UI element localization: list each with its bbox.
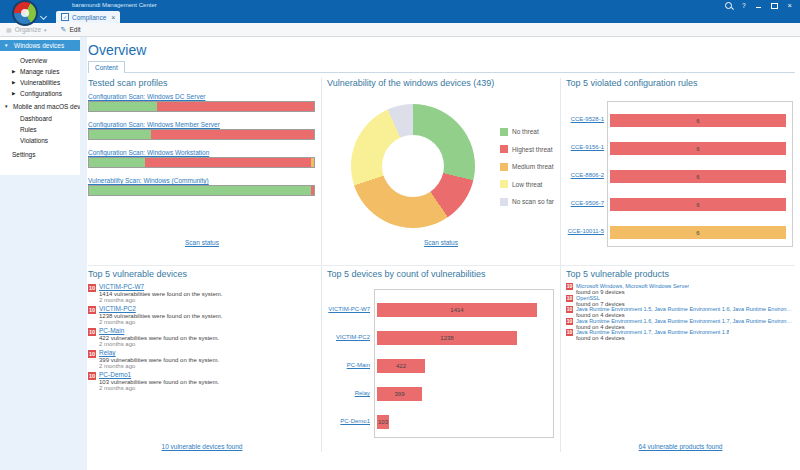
scan-profile-link[interactable]: Vulnerability Scan: Windows (Community) xyxy=(88,177,209,184)
product-device-count: found on 4 devices xyxy=(576,335,625,341)
rule-link-cce-8806-2[interactable]: CCE-8806-2 xyxy=(550,169,604,182)
rule-link-cce-9156-1[interactable]: CCE-9156-1 xyxy=(550,141,604,154)
threat-score-badge: 10 xyxy=(88,372,96,380)
scan-profile-stacked-bar xyxy=(88,129,315,140)
device-chart-link[interactable]: VICTIM-PC2 xyxy=(300,330,370,344)
sidebar-item-label: Mobile and macOS devices xyxy=(13,101,80,112)
legend-item: No scan so far xyxy=(500,193,554,211)
bar-segment-red xyxy=(157,102,315,111)
sidebar-item-rules[interactable]: Rules xyxy=(0,124,80,135)
sidebar-item-configurations[interactable]: ▶Configurations xyxy=(0,88,80,99)
tab-compliance[interactable]: ✓ Compliance × xyxy=(56,11,120,23)
device-link[interactable]: VICTIM-PC2 xyxy=(99,305,136,312)
device-count-bar: 1238 xyxy=(377,331,517,345)
rule-bar-value: 6 xyxy=(696,174,699,180)
chevron-down-icon: ▾ xyxy=(44,27,47,33)
sidebar-item-dashboard[interactable]: Dashboard xyxy=(0,113,80,124)
edit-pencil-icon: ✎ xyxy=(61,26,67,34)
donut-hole xyxy=(382,135,444,197)
minimize-icon[interactable] xyxy=(756,7,761,8)
bar-segment-green xyxy=(89,186,311,195)
device-chart-link[interactable]: PC-Main xyxy=(300,358,370,372)
scan-profile-link[interactable]: Configuration Scan: Windows Member Serve… xyxy=(88,121,220,128)
rule-link-cce-9506-7[interactable]: CCE-9506-7 xyxy=(550,197,604,210)
threat-score-badge: 10 xyxy=(566,306,573,313)
rule-bar-value: 6 xyxy=(696,202,699,208)
legend-item: Medium threat xyxy=(500,158,554,176)
tab-divider xyxy=(88,72,795,73)
bar-segment-green xyxy=(89,102,157,111)
device-link[interactable]: VICTIM-PC-W7 xyxy=(99,283,144,290)
sidebar-item-violations[interactable]: Violations xyxy=(0,135,80,146)
device-scan-age: 2 months ago xyxy=(99,385,135,391)
bar-segment-red xyxy=(311,186,314,195)
sidebar-item-label: Windows devices xyxy=(14,40,64,51)
help-icon[interactable]: ? xyxy=(742,0,746,11)
sidebar-item-settings[interactable]: Settings xyxy=(0,149,80,160)
sidebar-item-windows-devices[interactable]: ▼Windows devices xyxy=(0,40,80,51)
organize-button[interactable]: ▦ Organize ▾ xyxy=(6,26,47,33)
bar-segment-orange xyxy=(311,158,314,167)
sidebar-item-manage-rules[interactable]: ▶Manage rules xyxy=(0,66,80,77)
legend-label: No threat xyxy=(512,128,539,135)
device-chart-link[interactable]: VICTIM-PC-W7 xyxy=(300,302,370,316)
scan-profile-link[interactable]: Configuration Scan: Windows DC Server xyxy=(88,93,205,100)
rule-link-cce-10011-5[interactable]: CCE-10011-5 xyxy=(550,225,604,238)
scan-profile-link[interactable]: Configuration Scan: Windows Workstation xyxy=(88,149,209,156)
device-count-bar-value: 1238 xyxy=(440,335,453,341)
chevron-collapsed-icon[interactable]: ▶ xyxy=(12,88,15,99)
device-chart-link[interactable]: PC-Demo1 xyxy=(300,414,370,428)
edit-label: Edit xyxy=(69,26,80,33)
device-vuln-count: 399 vulnerabilities were found on the sy… xyxy=(99,357,219,363)
chevron-expanded-icon[interactable]: ▼ xyxy=(4,101,8,112)
vulnerable-devices-found-link[interactable]: 10 vulnerable devices found xyxy=(88,443,316,450)
panel-title-tested-scan-profiles: Tested scan profiles xyxy=(88,78,168,88)
threat-score-badge: 10 xyxy=(88,350,96,358)
devices-count-chart: 14141238422399103 xyxy=(374,289,554,438)
sidebar: ▼Windows devicesOverview▶Manage rules▶Vu… xyxy=(0,37,87,470)
legend-swatch-red xyxy=(500,145,508,153)
legend-label: Low threat xyxy=(512,181,542,188)
rule-bar: 6 xyxy=(610,226,786,239)
legend-item: Low threat xyxy=(500,176,554,194)
bar-segment-green xyxy=(89,158,145,167)
sidebar-item-vulnerabilities[interactable]: ▶Vulnerabilities xyxy=(0,77,80,88)
device-count-bar: 1414 xyxy=(377,303,537,317)
threat-score-badge: 10 xyxy=(566,283,573,290)
baramundi-logo-icon[interactable] xyxy=(12,0,38,26)
legend-swatch-gray xyxy=(500,198,508,206)
device-link[interactable]: PC-Demo1 xyxy=(99,371,131,378)
device-chart-link[interactable]: Relay xyxy=(300,386,370,400)
close-icon[interactable]: × xyxy=(788,0,792,11)
vulnerability-donut-chart xyxy=(351,104,475,228)
vulnerable-products-found-link[interactable]: 64 vulnerable products found xyxy=(566,443,795,450)
rule-link-cce-9528-1[interactable]: CCE-9528-1 xyxy=(550,113,604,126)
scan-status-link-donut[interactable]: Scan status xyxy=(327,239,555,246)
legend-label: Medium threat xyxy=(512,163,554,170)
app-title: baramundi Management Center xyxy=(72,2,157,8)
sidebar-item-mobile-and-macos-devices[interactable]: ▼Mobile and macOS devices xyxy=(0,101,80,112)
tab-close-icon[interactable]: × xyxy=(111,14,115,21)
chevron-collapsed-icon[interactable]: ▶ xyxy=(12,77,15,88)
device-link[interactable]: Relay xyxy=(99,349,116,356)
chevron-expanded-icon[interactable]: ▼ xyxy=(4,40,8,51)
sidebar-tree: ▼Windows devicesOverview▶Manage rules▶Vu… xyxy=(0,37,80,175)
scan-status-link-profiles[interactable]: Scan status xyxy=(88,239,316,246)
tab-content[interactable]: Content xyxy=(88,61,125,73)
device-vuln-count: 103 vulnerabilities were found on the sy… xyxy=(99,379,219,385)
sidebar-item-label: Dashboard xyxy=(20,113,52,124)
rule-bar: 6 xyxy=(610,198,786,211)
device-count-bar-value: 103 xyxy=(378,419,388,425)
legend-label: No scan so far xyxy=(512,198,554,205)
restore-icon[interactable] xyxy=(771,3,778,9)
rule-bar-value: 6 xyxy=(696,118,699,124)
edit-button[interactable]: ✎ Edit xyxy=(61,26,81,34)
search-icon[interactable] xyxy=(725,2,732,9)
chevron-collapsed-icon[interactable]: ▶ xyxy=(12,66,15,77)
device-scan-age: 2 months ago xyxy=(99,341,135,347)
page-title: Overview xyxy=(88,42,146,58)
bar-segment-green xyxy=(89,130,151,139)
sidebar-item-overview[interactable]: Overview xyxy=(0,55,80,66)
legend-item: No threat xyxy=(500,123,554,141)
device-link[interactable]: PC-Main xyxy=(99,327,124,334)
